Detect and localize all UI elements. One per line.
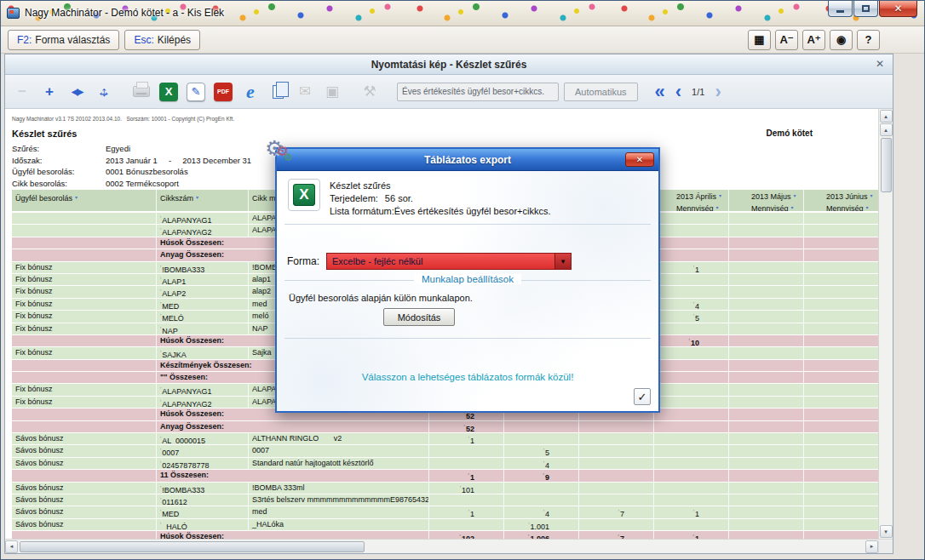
summary-row: Anyag Összesen:52 bbox=[12, 421, 879, 433]
fit-page-button[interactable]: ↔↕ bbox=[90, 78, 118, 106]
value-cell bbox=[729, 470, 804, 481]
next-page-button[interactable]: › bbox=[715, 83, 721, 100]
settings-icon: ⚒ bbox=[363, 84, 376, 99]
value-cell bbox=[729, 458, 804, 469]
globe-button[interactable]: ◉ bbox=[830, 30, 853, 50]
minimize-button[interactable] bbox=[828, 1, 853, 17]
value-cell bbox=[729, 311, 804, 322]
value-cell: 7 bbox=[579, 531, 654, 539]
form-select-button[interactable]: F2: Forma választás bbox=[8, 30, 119, 50]
column-header: Cikkszám bbox=[157, 190, 249, 211]
group-cell bbox=[12, 249, 157, 260]
value-cell bbox=[804, 299, 879, 310]
value-cell bbox=[579, 421, 654, 432]
value-cell bbox=[579, 519, 654, 530]
meta-row: Ügyfél besorolás:0001 Bónuszbesorolás bbox=[12, 166, 251, 178]
table-row: Sávos bónusz!BOMBA333!BOMBA 333ml101 bbox=[12, 483, 879, 494]
pdf-export-button[interactable]: PDF bbox=[210, 78, 237, 106]
prev-page-button[interactable]: ‹ bbox=[675, 83, 681, 100]
exit-label: Kilépés bbox=[158, 34, 191, 46]
close-button[interactable]: ✕ bbox=[879, 1, 917, 17]
html-export-button[interactable]: e bbox=[237, 78, 264, 106]
value-cell bbox=[579, 494, 654, 506]
month-sub-label: Mennyiség bbox=[676, 203, 725, 212]
sku-cell: ALAPANYAG2 bbox=[157, 397, 249, 408]
maximize-button[interactable] bbox=[853, 1, 878, 17]
value-cell bbox=[504, 494, 579, 506]
export-format-select[interactable]: Excelbe - fejléc nélkül ▼ bbox=[326, 253, 572, 270]
print-icon bbox=[133, 86, 150, 97]
fit-width-button[interactable]: ◂▸ bbox=[63, 78, 90, 106]
titlebar[interactable]: Nagy Machinátor - Demó kötet - a - Kis E… bbox=[1, 1, 924, 26]
value-cell bbox=[579, 470, 654, 481]
value-cell: 5 bbox=[504, 445, 579, 456]
dialog-titlebar[interactable]: Táblázatos export ✕ bbox=[277, 149, 658, 171]
font-decrease-button[interactable]: A⁻ bbox=[775, 30, 798, 50]
collapse-up-button[interactable]: ▴ bbox=[880, 110, 893, 123]
maximize-icon bbox=[862, 5, 870, 12]
scroll-left-button[interactable]: ◂ bbox=[5, 540, 18, 553]
automatic-button[interactable]: Automatikus bbox=[564, 83, 638, 101]
vertical-scrollbar[interactable]: ▴ ▴ ▾ bbox=[878, 109, 893, 539]
value-cell bbox=[654, 237, 729, 249]
exit-button[interactable]: Esc: Kilépés bbox=[124, 30, 200, 50]
list-format-select[interactable]: Éves értékesítés ügyfél besor+cikkcs. bbox=[397, 83, 559, 101]
sku-cell: ALAPANYAG1 bbox=[157, 213, 249, 224]
value-cell: 101 bbox=[429, 483, 504, 494]
scroll-down-button[interactable]: ▾ bbox=[880, 525, 893, 538]
month-sub-label: Mennyiség bbox=[751, 203, 800, 212]
scroll-up-button[interactable]: ▴ bbox=[880, 123, 893, 136]
value-cell bbox=[654, 421, 729, 432]
form-edit-button[interactable]: ✎ bbox=[182, 78, 210, 106]
horizontal-scroll-thumb[interactable] bbox=[20, 541, 365, 552]
group-cell bbox=[12, 409, 157, 420]
excel-export-button[interactable]: X bbox=[155, 78, 182, 106]
layout-grid-button[interactable]: ▦ bbox=[748, 30, 771, 50]
chevron-down-icon[interactable]: ▼ bbox=[554, 254, 571, 269]
value-cell bbox=[804, 262, 879, 273]
value-cell: 1 bbox=[654, 531, 729, 539]
zoom-in-button[interactable]: + bbox=[36, 78, 63, 106]
export-report-name: Készlet szűrés bbox=[330, 180, 551, 192]
value-cell bbox=[804, 360, 879, 371]
worksheet-settings-link[interactable]: Munkalap beállítások bbox=[414, 274, 521, 284]
vertical-scroll-thumb[interactable] bbox=[881, 138, 892, 192]
preview-close-button[interactable]: ✕ bbox=[876, 58, 884, 70]
group-cell: Fix bónusz bbox=[12, 299, 157, 310]
value-cell bbox=[729, 397, 804, 408]
value-cell bbox=[729, 347, 804, 358]
font-increase-button[interactable]: A⁺ bbox=[802, 30, 825, 50]
forma-row: Forma: Excelbe - fejléc nélkül ▼ bbox=[287, 253, 572, 270]
modify-button[interactable]: Módosítás bbox=[383, 308, 455, 326]
dialog-close-button[interactable]: ✕ bbox=[625, 152, 654, 167]
meta-label: Ügyfél besorolás: bbox=[12, 166, 106, 178]
name-cell: _HALóka bbox=[249, 519, 429, 530]
value-cell bbox=[729, 445, 804, 456]
value-cell bbox=[804, 506, 879, 517]
first-page-button[interactable]: « bbox=[655, 83, 665, 100]
sku-cell: SAJKA bbox=[157, 347, 249, 358]
value-cell bbox=[804, 323, 879, 334]
format-value: Éves értékesítés ügyfél besor+cikkcs. bbox=[394, 206, 551, 216]
month-label: 2013 Június bbox=[826, 191, 875, 203]
worksheet-note: Ügyfél besorolás alapján külön munkalapo… bbox=[289, 293, 473, 303]
value-cell bbox=[654, 433, 729, 444]
value-cell bbox=[654, 445, 729, 456]
value-cell bbox=[804, 445, 879, 456]
value-cell bbox=[654, 372, 729, 383]
value-cell bbox=[504, 483, 579, 494]
table-row: Sávos bónuszAL 0000015ALTHANN RINGLO v21 bbox=[12, 433, 879, 445]
value-cell bbox=[579, 433, 654, 444]
name-cell: 0007 bbox=[249, 445, 429, 456]
copy-button[interactable] bbox=[264, 78, 291, 106]
scroll-right-button[interactable]: ▸ bbox=[865, 540, 878, 553]
window-title: Nagy Machinátor - Demó kötet - a - Kis E… bbox=[25, 7, 224, 19]
help-button[interactable]: ? bbox=[857, 30, 880, 50]
value-cell bbox=[729, 335, 804, 346]
menubar: F2: Forma választás Esc: Kilépés ▦A⁻A⁺◉? bbox=[1, 26, 924, 54]
confirm-button[interactable]: ✓ bbox=[634, 388, 651, 405]
report-volume: Demó kötet bbox=[767, 129, 813, 138]
extent-label: Terjedelem: bbox=[330, 193, 378, 203]
value-cell bbox=[804, 409, 879, 420]
horizontal-scrollbar[interactable]: ◂ ▸ bbox=[5, 539, 893, 553]
